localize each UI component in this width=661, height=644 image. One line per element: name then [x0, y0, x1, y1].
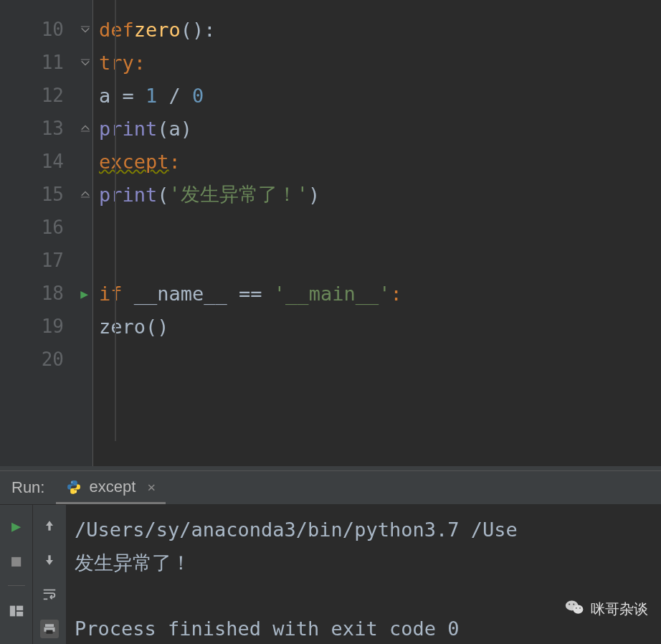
- svg-point-13: [573, 605, 583, 614]
- code-line-15: print('发生异常了！'): [93, 178, 661, 211]
- wrap-button[interactable]: [40, 585, 59, 604]
- svg-rect-7: [16, 606, 23, 610]
- line-number-18: 18 ▶: [0, 277, 92, 310]
- fold-end-icon[interactable]: [80, 189, 91, 200]
- console-line-4: Process finished with exit code 0: [75, 617, 459, 640]
- code-content[interactable]: def zero(): try: a = 1 / 0 print(a) exce…: [93, 0, 661, 466]
- run-tab-except[interactable]: except ×: [56, 471, 166, 504]
- line-number-10: 10: [0, 13, 92, 46]
- svg-point-5: [76, 491, 77, 492]
- run-body: ▶ ■ /Users/sy/anaconda3/bin/python3.7 /U…: [0, 505, 661, 644]
- run-tab-name: except: [89, 478, 135, 496]
- console-line-1: /Users/sy/anaconda3/bin/python3.7 /Use: [75, 518, 518, 541]
- stop-button[interactable]: ■: [7, 551, 26, 569]
- line-number-13: 13: [0, 112, 92, 145]
- svg-rect-3: [81, 197, 90, 198]
- watermark: 咪哥杂谈: [565, 597, 648, 621]
- code-line-11: try:: [93, 46, 661, 79]
- indent-guide: [115, 0, 116, 441]
- python-icon: [66, 479, 82, 495]
- close-icon[interactable]: ×: [147, 478, 156, 496]
- fold-end-icon[interactable]: [80, 123, 91, 134]
- toolbar-separator: [8, 585, 25, 586]
- run-panel-label: Run:: [0, 478, 56, 497]
- line-number-16: 16: [0, 211, 92, 244]
- watermark-text: 咪哥杂谈: [591, 600, 648, 619]
- code-line-16: [93, 211, 661, 244]
- code-line-20: [93, 343, 661, 376]
- svg-point-14: [569, 603, 570, 605]
- code-line-10: def zero():: [93, 13, 661, 46]
- line-number-17: 17: [0, 244, 92, 277]
- svg-rect-1: [81, 60, 90, 60]
- run-toolbar-left: ▶ ■: [0, 505, 33, 644]
- line-number-15: 15: [0, 178, 92, 211]
- code-line-12: a = 1 / 0: [93, 79, 661, 112]
- svg-rect-0: [81, 27, 90, 27]
- svg-point-16: [576, 607, 577, 609]
- console-output[interactable]: /Users/sy/anaconda3/bin/python3.7 /Use 发…: [66, 505, 661, 644]
- wechat-icon: [565, 597, 585, 621]
- line-number-14: 14: [0, 145, 92, 178]
- svg-point-17: [579, 607, 581, 609]
- svg-rect-6: [9, 606, 14, 617]
- fold-icon[interactable]: [80, 24, 91, 35]
- line-number-11: 11: [0, 46, 92, 79]
- line-number-20: 20: [0, 343, 92, 376]
- svg-point-4: [72, 481, 72, 482]
- run-panel: Run: except × ▶ ■: [0, 470, 661, 644]
- rerun-button[interactable]: ▶: [7, 516, 26, 535]
- code-line-9: [93, 0, 661, 13]
- scroll-up-button[interactable]: [40, 516, 59, 535]
- line-number-12: 12: [0, 79, 92, 112]
- console-line-2: 发生异常了！: [75, 551, 191, 574]
- line-number-9: [0, 0, 92, 13]
- code-line-13: print(a): [93, 112, 661, 145]
- code-line-14: except:: [93, 145, 661, 178]
- svg-point-15: [573, 603, 574, 605]
- scroll-down-button[interactable]: [40, 551, 59, 569]
- layout-button[interactable]: [7, 602, 26, 620]
- line-number-19: 19: [0, 310, 92, 343]
- print-button[interactable]: [40, 620, 59, 638]
- svg-rect-9: [45, 624, 54, 627]
- code-line-17: [93, 244, 661, 277]
- svg-rect-8: [16, 612, 23, 616]
- line-gutter: 10 11 12 13 14 15 16 17 18 ▶ 19 20: [0, 0, 93, 466]
- code-line-18: if __name__ == '__main__':: [93, 277, 661, 310]
- svg-rect-2: [81, 131, 90, 132]
- fold-icon[interactable]: [80, 57, 91, 68]
- run-gutter-icon[interactable]: ▶: [80, 286, 88, 301]
- svg-rect-11: [47, 630, 53, 634]
- run-panel-header: Run: except ×: [0, 470, 661, 505]
- code-editor-area: 10 11 12 13 14 15 16 17 18 ▶ 19 20: [0, 0, 661, 466]
- code-line-19: zero(): [93, 310, 661, 343]
- run-toolbar-right: [33, 505, 66, 644]
